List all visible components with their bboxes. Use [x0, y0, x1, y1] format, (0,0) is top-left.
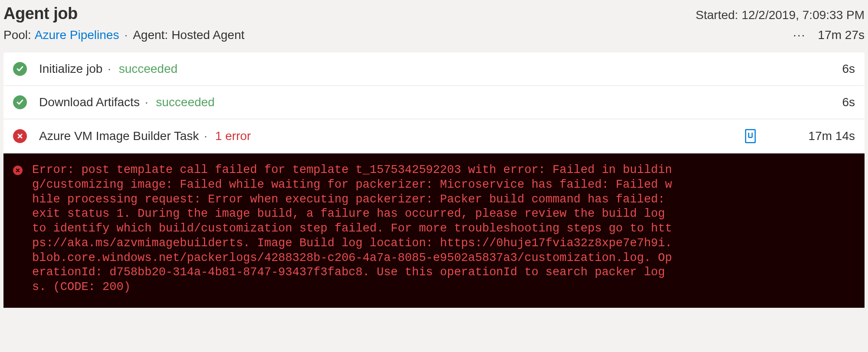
pool-link[interactable]: Azure Pipelines: [35, 28, 119, 42]
error-message-text: Error: post template call failed for tem…: [32, 163, 674, 295]
duration-wrap: ··· 17m 27s: [793, 28, 865, 42]
step-duration: 17m 14s: [809, 129, 855, 143]
step-name: Initialize job: [39, 62, 102, 75]
page-title: Agent job: [3, 4, 78, 23]
step-status: succeeded: [119, 62, 178, 75]
separator-dot: ·: [202, 129, 209, 143]
started-timestamp: Started: 12/2/2019, 7:09:33 PM: [696, 8, 865, 22]
separator-dot: ·: [106, 62, 113, 75]
step-row[interactable]: Initialize job · succeeded 6s: [3, 52, 865, 86]
svg-rect-0: [746, 130, 755, 143]
pool-label: Pool:: [3, 28, 31, 42]
step-name: Azure VM Image Builder Task: [39, 129, 199, 143]
started-value: 12/2/2019, 7:09:33 PM: [742, 8, 865, 22]
step-duration: 6s: [842, 95, 855, 109]
started-label: Started:: [696, 8, 738, 22]
error-log-panel: Error: post template call failed for tem…: [3, 153, 865, 308]
separator-dot: ·: [143, 95, 150, 109]
step-duration: 6s: [842, 62, 855, 76]
step-status: 1 error: [215, 129, 251, 143]
total-duration: 17m 27s: [818, 28, 865, 42]
step-row[interactable]: Download Artifacts · succeeded 6s: [3, 86, 865, 119]
steps-list: Initialize job · succeeded 6s Download A…: [0, 52, 868, 153]
step-right: 6s: [842, 95, 855, 109]
separator-dot: ·: [122, 28, 129, 42]
error-icon: [13, 166, 23, 175]
step-name: Download Artifacts: [39, 95, 140, 109]
step-row[interactable]: Azure VM Image Builder Task · 1 error 17…: [3, 119, 865, 153]
step-label: Initialize job · succeeded: [39, 62, 178, 76]
step-label: Azure VM Image Builder Task · 1 error: [39, 129, 251, 143]
agent-value: Hosted Agent: [171, 28, 244, 42]
header-top: Agent job Started: 12/2/2019, 7:09:33 PM: [3, 4, 865, 23]
step-status: succeeded: [156, 95, 214, 109]
agent-label: Agent:: [133, 28, 168, 42]
more-actions-button[interactable]: ···: [793, 28, 806, 42]
step-right: 17m 14s: [744, 129, 855, 143]
step-right: 6s: [842, 62, 855, 76]
log-file-icon[interactable]: [744, 129, 756, 143]
error-icon: [13, 129, 27, 143]
pool-line: Pool: Azure Pipelines · Agent: Hosted Ag…: [3, 28, 244, 42]
step-label: Download Artifacts · succeeded: [39, 95, 215, 109]
job-header: Agent job Started: 12/2/2019, 7:09:33 PM…: [0, 0, 868, 52]
header-bottom: Pool: Azure Pipelines · Agent: Hosted Ag…: [3, 28, 865, 42]
success-icon: [13, 95, 27, 109]
success-icon: [13, 62, 27, 76]
